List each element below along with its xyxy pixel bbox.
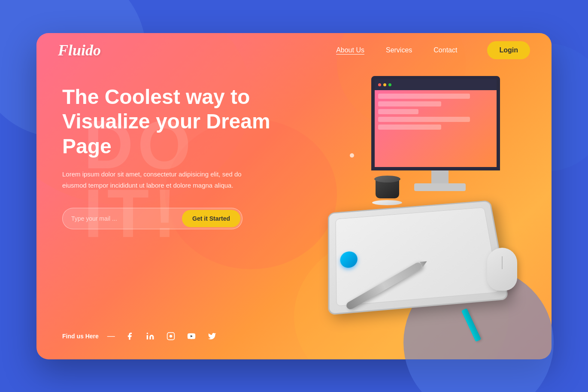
cup-top <box>374 176 400 182</box>
monitor-neck <box>431 170 449 183</box>
tablet-inner <box>335 207 499 306</box>
nav-contact[interactable]: Contact <box>433 46 457 54</box>
svg-point-0 <box>146 332 148 334</box>
dash-divider: — <box>107 331 115 340</box>
social-bar: Find us Here — <box>62 330 218 342</box>
facebook-icon[interactable] <box>124 330 136 342</box>
email-form: Get it Started <box>62 208 242 229</box>
email-input[interactable] <box>71 215 182 222</box>
highlighter <box>461 308 481 341</box>
nav-services[interactable]: Services <box>386 46 412 54</box>
monitor <box>371 76 509 191</box>
cta-button[interactable]: Get it Started <box>182 210 240 227</box>
monitor-screen <box>371 76 500 170</box>
linkedin-icon[interactable] <box>144 330 156 342</box>
hero-title-line2: Visualize your Dream Page <box>62 110 270 158</box>
screen-dot-green <box>388 83 391 86</box>
computer-mouse <box>487 248 517 291</box>
hero-title-line1: The Coolest way to <box>62 85 250 108</box>
nav-links: About Us Services Contact Login <box>336 41 530 59</box>
screen-row-5 <box>378 125 441 130</box>
find-us-label: Find us Here <box>62 333 99 340</box>
screen-row-1 <box>378 94 470 99</box>
hero-card: Fluido About Us Services Contact Login D… <box>36 33 552 359</box>
nav-about[interactable]: About Us <box>336 46 364 54</box>
screen-row-3 <box>378 109 418 114</box>
screen-row-4 <box>378 117 470 122</box>
youtube-icon[interactable] <box>185 330 197 342</box>
screen-content <box>375 90 497 167</box>
twitter-icon[interactable] <box>206 330 218 342</box>
monitor-base <box>414 183 466 191</box>
screen-bar <box>375 79 497 90</box>
screen-dot-yellow <box>383 83 386 86</box>
illustration <box>264 50 543 342</box>
instagram-icon[interactable] <box>165 330 177 342</box>
cup-body <box>376 179 399 198</box>
screen-dot-red <box>378 83 381 86</box>
coffee-cup <box>376 179 401 205</box>
hero-description: Lorem ipsum dolor sit amet, consectetur … <box>62 169 242 191</box>
cup-saucer <box>372 200 402 205</box>
navbar: Fluido About Us Services Contact Login <box>36 33 552 67</box>
screen-row-2 <box>378 101 441 106</box>
logo: Fluido <box>58 41 336 59</box>
login-button[interactable]: Login <box>487 41 530 59</box>
